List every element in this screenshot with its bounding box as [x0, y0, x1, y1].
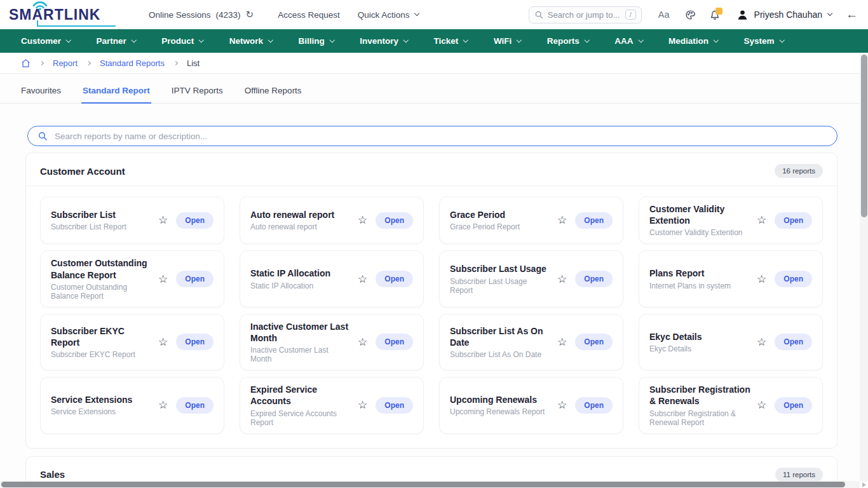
open-button[interactable]: Open — [575, 334, 613, 350]
vertical-scrollbar[interactable] — [860, 53, 868, 481]
report-title: Grace Period — [450, 209, 551, 220]
report-card[interactable]: Customer Validity Extention Customer Val… — [639, 196, 823, 244]
horizontal-scrollbar-thumb[interactable] — [1, 482, 845, 487]
nav-item-reports[interactable]: Reports — [547, 36, 589, 46]
chevron-right-icon — [86, 60, 91, 65]
favourite-star-icon[interactable]: ☆ — [158, 400, 168, 410]
open-button[interactable]: Open — [575, 397, 613, 414]
favourite-star-icon[interactable]: ☆ — [757, 274, 766, 285]
favourite-star-icon[interactable]: ☆ — [158, 337, 168, 348]
notifications-button[interactable] — [710, 10, 720, 20]
notification-badge — [715, 8, 722, 15]
smartlink-logo[interactable]: SMARTLINK — [9, 6, 117, 27]
report-card[interactable]: Service Extensions Service Extensions ☆ … — [40, 377, 224, 433]
nav-item-customer[interactable]: Customer — [21, 36, 71, 46]
online-sessions[interactable]: Online Sessions (4233) ↻ — [149, 9, 254, 20]
tab-offline-reports[interactable]: Offline Reports — [243, 81, 303, 103]
back-arrow-button[interactable]: ← — [846, 8, 858, 22]
open-button[interactable]: Open — [176, 397, 214, 414]
report-card[interactable]: Auto renewal report Auto renewal report … — [240, 196, 424, 244]
favourite-star-icon[interactable]: ☆ — [557, 337, 567, 348]
open-button[interactable]: Open — [775, 271, 812, 287]
chevron-down-icon — [463, 37, 468, 43]
access-request-link[interactable]: Access Request — [278, 10, 340, 20]
open-button[interactable]: Open — [176, 334, 214, 350]
tab-favourites[interactable]: Favourites — [20, 81, 62, 103]
open-button[interactable]: Open — [376, 271, 413, 287]
report-title: Customer Outstanding Balance Report — [51, 257, 152, 280]
report-card[interactable]: Subscriber List Subscriber List Report ☆… — [40, 196, 224, 244]
report-card[interactable]: Grace Period Grace Period Report ☆ Open — [439, 196, 623, 244]
report-grid: Subscriber List Subscriber List Report ☆… — [26, 186, 837, 448]
report-title: Service Extensions — [51, 394, 152, 405]
favourite-star-icon[interactable]: ☆ — [757, 215, 766, 226]
nav-item-billing[interactable]: Billing — [299, 36, 334, 46]
vertical-scrollbar-thumb[interactable] — [861, 55, 867, 217]
breadcrumb-link[interactable]: Standard Reports — [100, 58, 165, 68]
quick-actions-menu[interactable]: Quick Actions — [358, 10, 419, 20]
theme-palette-button[interactable] — [685, 10, 696, 20]
nav-item-wifi[interactable]: WiFi — [494, 36, 521, 46]
favourite-star-icon[interactable]: ☆ — [358, 215, 367, 226]
favourite-star-icon[interactable]: ☆ — [557, 215, 567, 226]
report-title: Subscriber Last Usage — [450, 263, 551, 274]
report-card[interactable]: Subscriber Last Usage Subscriber Last Us… — [439, 250, 623, 307]
favourite-star-icon[interactable]: ☆ — [158, 274, 168, 285]
wifi-icon — [32, 0, 48, 10]
breadcrumb-items: ReportStandard ReportsList — [40, 58, 200, 68]
home-icon[interactable] — [21, 58, 31, 68]
favourite-star-icon[interactable]: ☆ — [557, 400, 567, 410]
open-button[interactable]: Open — [575, 212, 613, 229]
scroll-right-arrow[interactable] — [862, 482, 866, 487]
open-button[interactable]: Open — [775, 212, 812, 229]
nav-item-system[interactable]: System — [744, 36, 784, 46]
favourite-star-icon[interactable]: ☆ — [358, 337, 367, 348]
nav-item-product[interactable]: Product — [161, 36, 203, 46]
refresh-icon[interactable]: ↻ — [246, 9, 254, 20]
open-button[interactable]: Open — [176, 212, 214, 229]
logo-pole — [37, 20, 38, 27]
open-button[interactable]: Open — [376, 397, 413, 414]
report-card[interactable]: Subscriber List As On Date Subscriber Li… — [439, 314, 623, 370]
favourite-star-icon[interactable]: ☆ — [158, 215, 168, 226]
favourite-star-icon[interactable]: ☆ — [757, 400, 766, 410]
report-subtitle: Service Extensions — [51, 407, 152, 416]
report-subtitle: Subscriber Registration & Renewal Report — [649, 409, 750, 427]
reports-search-input[interactable] — [55, 132, 827, 141]
report-card[interactable]: Subscriber EKYC Report Subscriber EKYC R… — [40, 314, 224, 370]
nav-item-mediation[interactable]: Mediation — [668, 36, 718, 46]
open-button[interactable]: Open — [775, 397, 812, 414]
open-button[interactable]: Open — [775, 334, 812, 350]
nav-item-partner[interactable]: Partner — [97, 36, 136, 46]
report-card[interactable]: Customer Outstanding Balance Report Cust… — [40, 250, 224, 307]
text-size-toggle[interactable]: Aa — [658, 10, 670, 20]
horizontal-scrollbar[interactable] — [0, 481, 860, 488]
report-card[interactable]: Inactive Customer Last Month Inactive Cu… — [240, 314, 424, 370]
report-card[interactable]: Upcoming Renewals Upcoming Renewals Repo… — [439, 377, 623, 433]
nav-item-inventory[interactable]: Inventory — [360, 36, 407, 46]
open-button[interactable]: Open — [176, 271, 214, 287]
report-card[interactable]: Static IP Allocation Static IP Allocatio… — [240, 250, 424, 307]
favourite-star-icon[interactable]: ☆ — [757, 337, 766, 348]
chevron-down-icon — [403, 37, 409, 43]
report-card[interactable]: Plans Report Internet Plans in system ☆ … — [639, 250, 823, 307]
report-card[interactable]: Subscriber Registration & Renewals Subsc… — [639, 377, 823, 433]
favourite-star-icon[interactable]: ☆ — [358, 400, 367, 410]
report-title: Upcoming Renewals — [450, 394, 551, 405]
user-menu[interactable]: Priyesh Chauhan — [736, 9, 832, 21]
reports-search-bar[interactable] — [27, 126, 837, 146]
open-button[interactable]: Open — [376, 212, 413, 229]
tab-standard-report[interactable]: Standard Report — [81, 81, 151, 104]
breadcrumb-link[interactable]: Report — [53, 58, 78, 68]
nav-item-aaa[interactable]: AAA — [614, 36, 642, 46]
tab-iptv-reports[interactable]: IPTV Reports — [170, 81, 224, 103]
open-button[interactable]: Open — [376, 334, 413, 350]
nav-item-ticket[interactable]: Ticket — [434, 36, 468, 46]
report-card[interactable]: Expired Service Accounts Expired Service… — [240, 377, 424, 433]
open-button[interactable]: Open — [575, 271, 613, 287]
report-card[interactable]: Ekyc Details Ekyc Details ☆ Open — [639, 314, 823, 370]
favourite-star-icon[interactable]: ☆ — [358, 274, 367, 285]
global-search-box[interactable]: Search or jump to... / — [529, 6, 642, 24]
favourite-star-icon[interactable]: ☆ — [557, 274, 567, 285]
nav-item-network[interactable]: Network — [229, 36, 273, 46]
